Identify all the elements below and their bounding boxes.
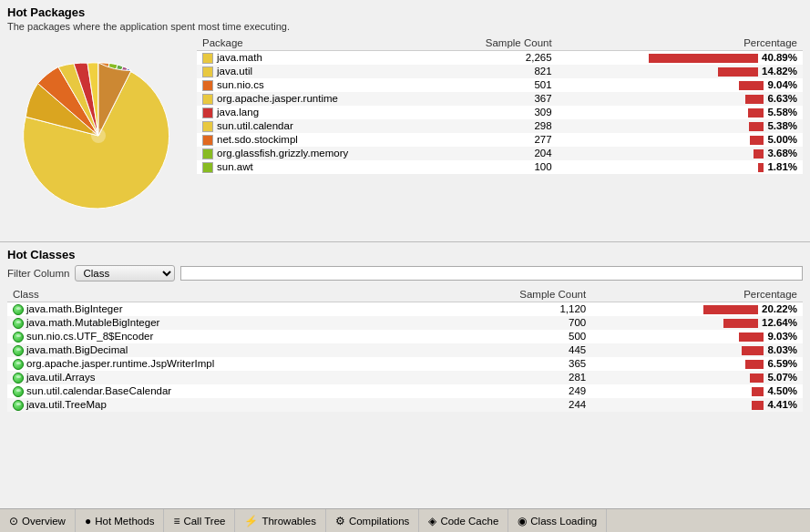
- tab-overview[interactable]: ⊙Overview: [0, 509, 76, 532]
- cls-name: java.math.BigInteger: [7, 302, 436, 316]
- tab-compilations[interactable]: ⚙Compilations: [326, 509, 419, 532]
- bar-indicator: [745, 360, 764, 369]
- pkg-name: java.math: [197, 51, 438, 65]
- table-row: java.util.TreeMap 244 4.41%: [7, 398, 803, 412]
- cls-name: sun.nio.cs.UTF_8$Encoder: [7, 330, 436, 343]
- pkg-col-package: Package: [197, 36, 438, 51]
- tab-label-code-cache: Code Cache: [440, 516, 498, 527]
- class-icon: [13, 400, 24, 411]
- classes-table-container: Class Sample Count Percentage java.math.…: [0, 287, 810, 508]
- tab-icon-compilations: ⚙: [335, 515, 345, 527]
- class-icon: [13, 373, 24, 384]
- bar-indicator: [750, 373, 764, 383]
- bar-indicator: [745, 95, 764, 104]
- pkg-pct: 9.04%: [558, 78, 803, 92]
- pkg-count: 501: [438, 78, 558, 92]
- table-row: java.math.BigInteger 1,120 20.22%: [7, 302, 803, 316]
- bar-indicator: [748, 108, 764, 118]
- pkg-pct: 5.38%: [558, 119, 803, 133]
- tab-label-call-tree: Call Tree: [183, 516, 225, 527]
- packages-table: Package Sample Count Percentage java.mat…: [197, 36, 803, 174]
- pkg-count: 298: [438, 119, 558, 133]
- bar-indicator: [750, 136, 764, 145]
- bar-indicator: [723, 319, 758, 328]
- cls-name: java.util.TreeMap: [7, 398, 436, 412]
- tab-throwables[interactable]: ⚡Throwables: [235, 509, 325, 532]
- color-swatch: [202, 148, 213, 159]
- filter-column-select[interactable]: ClassSample CountPercentage: [75, 265, 175, 281]
- cls-name: java.math.MutableBigInteger: [7, 316, 436, 330]
- bar-indicator: [739, 332, 764, 342]
- color-swatch: [202, 66, 213, 77]
- table-row: java.math 2,265 40.89%: [197, 51, 803, 65]
- pkg-count: 367: [438, 92, 558, 106]
- bar-indicator: [703, 305, 758, 314]
- pkg-name: sun.awt: [197, 160, 438, 174]
- tab-call-tree[interactable]: ≡Call Tree: [164, 509, 235, 532]
- cls-pct: 20.22%: [591, 302, 803, 316]
- tab-class-loading[interactable]: ◉Class Loading: [508, 509, 607, 532]
- pkg-name: sun.util.calendar: [197, 119, 438, 133]
- table-row: net.sdo.stockimpl 277 5.00%: [197, 133, 803, 147]
- table-row: sun.awt 100 1.81%: [197, 160, 803, 174]
- hot-classes-section: Hot Classes Filter Column ClassSample Co…: [0, 244, 810, 287]
- cls-col-count: Sample Count: [436, 287, 591, 302]
- bar-indicator: [742, 346, 764, 355]
- tab-icon-call-tree: ≡: [173, 515, 179, 527]
- pie-chart-container: [7, 36, 190, 236]
- bar-indicator: [649, 54, 758, 63]
- pkg-pct: 5.00%: [558, 133, 803, 147]
- hot-packages-subtitle: The packages where the application spent…: [7, 21, 803, 32]
- pkg-col-pct: Percentage: [558, 36, 803, 51]
- color-swatch: [202, 135, 213, 146]
- cls-count: 244: [436, 398, 591, 412]
- tab-icon-class-loading: ◉: [518, 515, 527, 527]
- bar-indicator: [752, 401, 764, 410]
- pkg-count: 821: [438, 65, 558, 78]
- hot-packages-title: Hot Packages: [7, 5, 803, 19]
- table-row: org.glassfish.grizzly.memory 204 3.68%: [197, 147, 803, 160]
- cls-count: 1,120: [436, 302, 591, 316]
- cls-name: org.apache.jasper.runtime.JspWriterImpl: [7, 357, 436, 371]
- table-row: sun.nio.cs 501 9.04%: [197, 78, 803, 92]
- pkg-name: org.glassfish.grizzly.memory: [197, 147, 438, 160]
- tab-icon-throwables: ⚡: [244, 515, 258, 527]
- tab-hot-methods[interactable]: ●Hot Methods: [76, 509, 164, 532]
- pkg-col-count: Sample Count: [438, 36, 558, 51]
- color-swatch: [202, 80, 213, 91]
- cls-count: 281: [436, 371, 591, 384]
- cls-pct: 9.03%: [591, 330, 803, 343]
- tab-label-overview: Overview: [22, 516, 66, 527]
- tab-code-cache[interactable]: ◈Code Cache: [419, 509, 508, 532]
- bar-indicator: [758, 163, 764, 172]
- cls-pct: 5.07%: [591, 371, 803, 384]
- table-row: sun.util.calendar 298 5.38%: [197, 119, 803, 133]
- pkg-pct: 40.89%: [558, 51, 803, 65]
- class-icon: [13, 345, 24, 356]
- cls-count: 500: [436, 330, 591, 343]
- tab-label-class-loading: Class Loading: [530, 516, 597, 527]
- classes-table: Class Sample Count Percentage java.math.…: [7, 287, 803, 412]
- pkg-pct: 3.68%: [558, 147, 803, 160]
- bar-indicator: [718, 67, 758, 77]
- pkg-count: 204: [438, 147, 558, 160]
- pkg-count: 309: [438, 106, 558, 119]
- class-icon: [13, 332, 24, 343]
- pkg-pct: 1.81%: [558, 160, 803, 174]
- cls-col-pct: Percentage: [591, 287, 803, 302]
- cls-pct: 8.03%: [591, 343, 803, 357]
- color-swatch: [202, 162, 213, 173]
- bar-indicator: [752, 387, 764, 396]
- pkg-pct: 14.82%: [558, 65, 803, 78]
- divider-1: [0, 241, 810, 242]
- bar-indicator: [739, 81, 764, 90]
- bottom-tabs: ⊙Overview●Hot Methods≡Call Tree⚡Throwabl…: [0, 508, 810, 532]
- cls-pct: 6.59%: [591, 357, 803, 371]
- filter-input[interactable]: [180, 266, 803, 281]
- packages-content: Package Sample Count Percentage java.mat…: [7, 36, 803, 236]
- cls-pct: 12.64%: [591, 316, 803, 330]
- class-icon: [13, 318, 24, 329]
- pkg-count: 277: [438, 133, 558, 147]
- cls-name: java.math.BigDecimal: [7, 343, 436, 357]
- tab-label-compilations: Compilations: [349, 516, 409, 527]
